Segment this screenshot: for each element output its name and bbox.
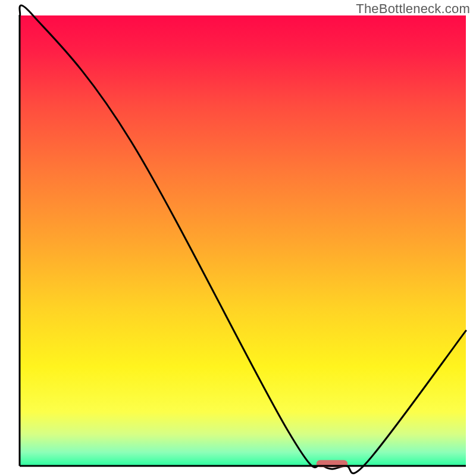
gradient-background xyxy=(20,15,466,466)
bottleneck-curve-chart xyxy=(0,0,476,476)
watermark-text: TheBottleneck.com xyxy=(356,1,470,17)
chart-container: TheBottleneck.com xyxy=(0,0,476,476)
